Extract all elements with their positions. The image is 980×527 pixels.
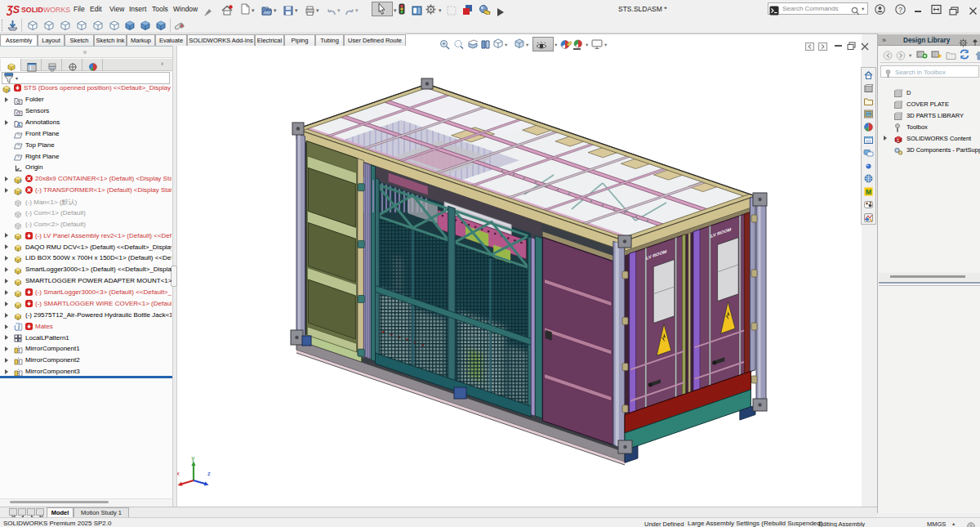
svg-text:ƷS: ƷS <box>7 4 20 16</box>
svg-text:SOLIDWORKS: SOLIDWORKS <box>21 6 70 14</box>
svg-text:M: M <box>866 188 871 196</box>
svg-text:?: ? <box>898 6 902 14</box>
svg-text:A: A <box>16 122 20 127</box>
svg-text:S: S <box>897 139 899 143</box>
